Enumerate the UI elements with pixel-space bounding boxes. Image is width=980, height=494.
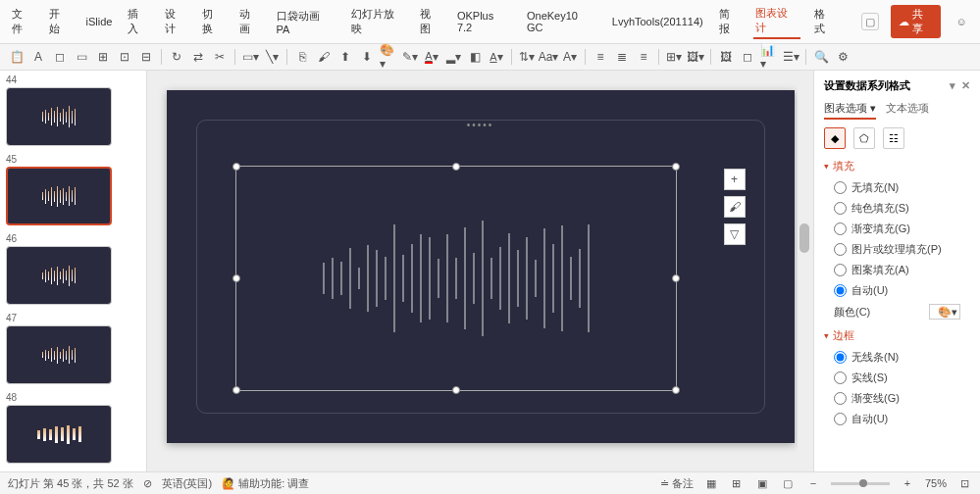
thumbnail-46[interactable]: [6, 246, 112, 305]
tool-insert-chart-icon[interactable]: 📊▾: [760, 48, 778, 66]
tool-line-icon[interactable]: ╲▾: [263, 48, 281, 66]
tool-rotate-icon[interactable]: ↻: [168, 48, 185, 66]
tool-align-center-icon[interactable]: ≣: [613, 48, 631, 66]
fill-solid[interactable]: 纯色填充(S): [834, 198, 970, 219]
tool-outline-icon[interactable]: ✎▾: [401, 48, 419, 66]
tool-spacing-icon[interactable]: ⇅▾: [518, 48, 536, 66]
notes-button[interactable]: ≐ 备注: [660, 476, 694, 491]
tool-copy-icon[interactable]: ⎘: [293, 48, 311, 66]
size-props-icon[interactable]: ☷: [883, 127, 904, 149]
chart-style-button[interactable]: 🖌: [724, 196, 746, 218]
chart-add-element-button[interactable]: +: [724, 169, 746, 190]
menu-home[interactable]: 开始: [47, 5, 73, 38]
thumbnail-44[interactable]: [6, 87, 112, 146]
tool-distribute-icon[interactable]: ⊡: [116, 48, 133, 66]
resize-handle-bl[interactable]: [232, 386, 240, 394]
resize-handle-tr[interactable]: [672, 163, 680, 171]
tool-style-icon[interactable]: A▾: [561, 48, 579, 66]
menu-brief[interactable]: 简报: [717, 5, 743, 38]
resize-handle-tl[interactable]: [232, 163, 240, 171]
tool-insert-pic-icon[interactable]: 🖼: [717, 48, 735, 66]
resize-handle-rc[interactable]: [672, 274, 680, 282]
fill-picture[interactable]: 图片或纹理填充(P): [834, 239, 970, 260]
tool-group-icon[interactable]: ⊟: [137, 48, 155, 66]
tab-text-options[interactable]: 文本选项: [886, 101, 929, 120]
menu-islide[interactable]: iSlide: [84, 14, 115, 29]
tool-highlight-icon[interactable]: ▂▾: [444, 48, 462, 66]
menu-format[interactable]: 格式: [812, 5, 838, 38]
border-auto[interactable]: 自动(U): [834, 409, 970, 429]
chart-selection[interactable]: [235, 166, 677, 391]
panel-dropdown-icon[interactable]: ▾: [950, 79, 955, 92]
chart-filter-button[interactable]: ▽: [724, 223, 746, 245]
tool-format-painter-icon[interactable]: 🖌: [315, 48, 333, 66]
language-label[interactable]: 英语(英国): [162, 476, 212, 491]
fit-window-icon[interactable]: ⊡: [956, 475, 972, 491]
panel-close-icon[interactable]: ✕: [961, 79, 970, 92]
tool-chart-icon[interactable]: ▭: [73, 48, 90, 66]
slide[interactable]: ••••• + 🖌 ▽: [167, 90, 795, 443]
slide-counter[interactable]: 幻灯片 第 45 张，共 52 张: [8, 476, 133, 491]
comments-icon[interactable]: ☺: [953, 13, 970, 30]
menu-okplus[interactable]: OKPlus 7.2: [455, 8, 513, 35]
tool-front-icon[interactable]: ⬆: [336, 48, 354, 66]
tool-align-right-icon[interactable]: ≡: [635, 48, 652, 66]
fill-gradient[interactable]: 渐变填充(G): [834, 219, 970, 239]
tool-paste-icon[interactable]: 📋: [8, 48, 26, 66]
tool-text-icon[interactable]: A: [29, 48, 47, 66]
tool-flip-icon[interactable]: ⇄: [189, 48, 207, 66]
tool-fill-icon[interactable]: 🎨▾: [380, 48, 397, 66]
menu-design[interactable]: 设计: [163, 5, 188, 38]
menu-insert[interactable]: 插入: [126, 5, 151, 38]
menu-file[interactable]: 文件: [10, 5, 35, 38]
accessibility-label[interactable]: 🙋 辅助功能: 调查: [222, 476, 309, 491]
border-none[interactable]: 无线条(N): [834, 347, 970, 368]
resize-handle-bc[interactable]: [452, 386, 460, 394]
thumbnail-48[interactable]: [6, 405, 112, 464]
effects-icon[interactable]: ⬠: [853, 127, 875, 149]
scroll-thumb[interactable]: [799, 223, 809, 253]
chart-bars[interactable]: [323, 215, 589, 342]
menu-onekey[interactable]: OneKey10 GC: [525, 8, 598, 35]
rotate-handle[interactable]: [452, 163, 460, 171]
thumbnail-45[interactable]: [6, 167, 112, 225]
tool-rect-icon[interactable]: ▭▾: [241, 48, 259, 66]
normal-view-icon[interactable]: ▦: [703, 475, 719, 491]
menu-transition[interactable]: 切换: [200, 5, 226, 38]
reading-view-icon[interactable]: ▣: [754, 475, 770, 491]
menu-animation[interactable]: 动画: [237, 5, 263, 38]
border-gradient[interactable]: 渐变线(G): [834, 388, 970, 409]
fill-pattern[interactable]: 图案填充(A): [834, 260, 970, 280]
thumbnail-47[interactable]: [6, 325, 112, 384]
resize-handle-br[interactable]: [672, 386, 680, 394]
zoom-thumb[interactable]: [859, 479, 867, 487]
color-picker[interactable]: 🎨▾: [929, 304, 960, 320]
tool-align-icon[interactable]: ⊞: [94, 48, 112, 66]
tool-pic-icon[interactable]: 🖼▾: [687, 48, 704, 66]
zoom-value[interactable]: 75%: [925, 477, 947, 489]
zoom-slider[interactable]: [831, 482, 890, 485]
tab-chart-options[interactable]: 图表选项 ▾: [824, 101, 876, 120]
tool-back-icon[interactable]: ⬇: [358, 48, 376, 66]
tool-font-color-icon[interactable]: A▾: [423, 48, 440, 66]
tool-crop-icon[interactable]: ✂: [211, 48, 229, 66]
tool-bullets-icon[interactable]: ☰▾: [782, 48, 799, 66]
menu-slideshow[interactable]: 幻灯片放映: [349, 5, 406, 38]
tool-eraser-icon[interactable]: ◧: [466, 48, 484, 66]
vertical-scrollbar[interactable]: [798, 71, 811, 452]
tool-case-icon[interactable]: Aa▾: [540, 48, 557, 66]
tool-find-icon[interactable]: 🔍: [812, 48, 830, 66]
menu-view[interactable]: 视图: [418, 5, 443, 38]
border-section-header[interactable]: 边框: [824, 328, 970, 343]
present-icon[interactable]: ▢: [861, 13, 879, 30]
fill-none[interactable]: 无填充(N): [834, 177, 970, 198]
tool-font-fill-icon[interactable]: A▾: [488, 48, 505, 66]
tool-insert-shape-icon[interactable]: ◻: [739, 48, 756, 66]
border-solid[interactable]: 实线(S): [834, 368, 970, 388]
menu-lvyhtools[interactable]: LvyhTools(201114): [610, 14, 705, 29]
tool-shape-icon[interactable]: ◻: [51, 48, 69, 66]
slideshow-view-icon[interactable]: ▢: [780, 475, 796, 491]
menu-chart-design[interactable]: 图表设计: [753, 4, 800, 39]
tool-settings-icon[interactable]: ⚙: [834, 48, 851, 66]
fill-line-icon[interactable]: ◆: [824, 127, 846, 149]
